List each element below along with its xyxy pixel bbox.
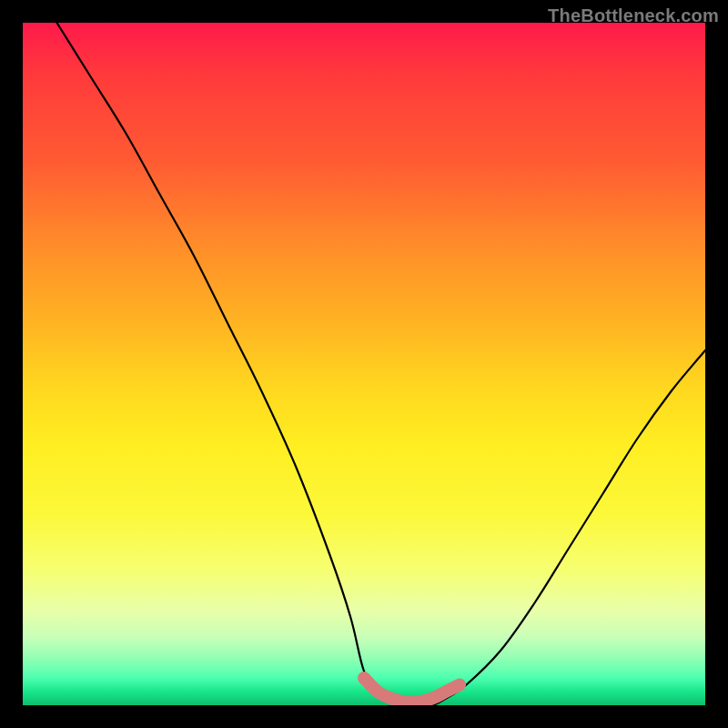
bottleneck-zone-path [364,678,460,703]
bottleneck-curve-path [57,23,706,705]
watermark-text: TheBottleneck.com [548,5,719,26]
chart-plot-area [23,23,705,705]
chart-svg [23,23,705,705]
